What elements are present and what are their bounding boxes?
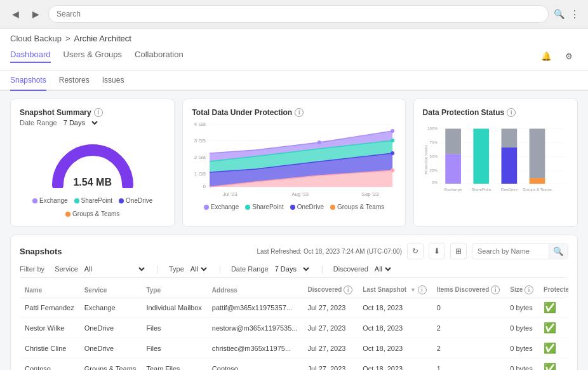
items-info-icon[interactable]: i <box>491 285 500 294</box>
legend-onedrive: OneDrive <box>119 197 152 204</box>
td-legend-sharepoint: SharePoint <box>245 203 283 210</box>
gauge-container: 1.54 MB <box>20 131 165 195</box>
tab-users-groups[interactable]: Users & Groups <box>63 50 122 63</box>
filter-by-label: Filter by <box>20 265 44 273</box>
refresh-button[interactable]: ↻ <box>407 243 424 259</box>
tab-dashboard[interactable]: Dashboard <box>10 50 51 63</box>
last-snapshot-info-icon[interactable]: i <box>418 285 427 294</box>
td-legend-sharepoint-dot <box>245 205 250 210</box>
charts-row: Snapshot Summary i Date Range 7 Days 30 … <box>10 99 578 227</box>
cell-items: 1 <box>432 359 505 371</box>
svg-text:100%: 100% <box>427 126 438 130</box>
cell-items: 2 <box>432 338 505 359</box>
daterange-filter-select[interactable]: 7 Days30 Days <box>272 264 311 273</box>
address-bar[interactable] <box>48 5 549 23</box>
download-button[interactable]: ⬇ <box>429 243 445 259</box>
service-filter: Service AllExchangeOneDriveSharePointGro… <box>55 264 147 273</box>
legend-exchange: Exchange <box>32 197 67 204</box>
col-last-snapshot[interactable]: Last Snapshot ▼ i <box>357 283 431 298</box>
cell-type: Files <box>141 338 206 359</box>
type-filter-label: Type <box>169 265 184 273</box>
svg-text:Aug '23: Aug '23 <box>292 191 309 197</box>
td-legend-onedrive: OneDrive <box>290 203 324 210</box>
notification-button[interactable]: 🔔 <box>537 47 555 65</box>
svg-text:0: 0 <box>203 184 206 189</box>
svg-rect-30 <box>473 128 489 183</box>
search-icon: 🔍 <box>554 9 565 19</box>
protected-check-icon: ✅ <box>544 363 556 370</box>
snapshot-legend: Exchange SharePoint OneDrive Groups & Te… <box>20 197 165 217</box>
snapshots-meta: Last Refreshed: Oct 18, 2023 7:24 AM (UT… <box>257 243 568 259</box>
svg-text:25%: 25% <box>429 168 438 172</box>
td-legend-groups: Groups & Teams <box>330 203 384 210</box>
svg-text:Exchange: Exchange <box>444 187 462 191</box>
search-box: 🔍 <box>472 243 568 259</box>
discovered-info-icon[interactable]: i <box>344 285 352 294</box>
subtab-issues[interactable]: Issues <box>102 71 124 91</box>
cell-size: 0 bytes <box>505 359 538 371</box>
tab-collaboration[interactable]: Collaboration <box>135 50 184 63</box>
cell-type: Individual Mailbox <box>141 298 206 318</box>
table-header: Name Service Type Address Discovered i L… <box>20 283 568 298</box>
col-service: Service <box>79 283 142 298</box>
col-protected: Protected i <box>538 283 568 298</box>
search-button[interactable]: 🔍 <box>549 244 568 259</box>
cell-service: Groups & Teams <box>79 359 142 371</box>
table-row: Nestor Wilke OneDrive Files nestorw@m365… <box>20 318 568 338</box>
svg-point-14 <box>391 168 395 172</box>
cell-service: OneDrive <box>79 318 142 338</box>
subtab-snapshots[interactable]: Snapshots <box>10 71 46 91</box>
cell-type: Files <box>141 318 206 338</box>
legend-groups-teams: Groups & Teams <box>65 210 119 217</box>
data-protection-card: Data Protection Status i 100% 75% 50% 25… <box>413 99 578 227</box>
filter-row: Filter by Service AllExchangeOneDriveSha… <box>20 264 568 278</box>
svg-text:0%: 0% <box>432 180 438 184</box>
breadcrumb-parent[interactable]: Cloud Backup <box>10 34 62 43</box>
svg-text:2 GB: 2 GB <box>194 154 206 160</box>
subtab-restores[interactable]: Restores <box>59 71 90 91</box>
svg-rect-28 <box>445 154 461 184</box>
snapshot-summary-info-icon[interactable]: i <box>94 108 103 117</box>
breadcrumb: Cloud Backup > Archie Architect <box>10 34 578 43</box>
date-range-row: Date Range 7 Days 30 Days 90 Days <box>20 118 165 127</box>
total-data-legend: Exchange SharePoint OneDrive Groups & Te… <box>192 203 396 210</box>
cell-protected: ✅ <box>538 298 568 318</box>
filter-button[interactable]: ⊞ <box>450 243 467 259</box>
size-info-icon[interactable]: i <box>525 285 533 294</box>
svg-text:75%: 75% <box>429 140 438 144</box>
col-type: Type <box>141 283 206 298</box>
cell-size: 0 bytes <box>505 318 538 338</box>
last-refreshed: Last Refreshed: Oct 18, 2023 7:24 AM (UT… <box>257 248 402 255</box>
forward-button[interactable]: ▶ <box>28 6 43 22</box>
total-data-card: Total Data Under Protection i 4 GB 3 GB … <box>182 99 405 227</box>
cell-discovered: Jul 27, 2023 <box>303 318 358 338</box>
cell-protected: ✅ <box>538 359 568 371</box>
search-input[interactable] <box>472 245 549 257</box>
discovered-filter-select[interactable]: All <box>372 264 393 273</box>
settings-button[interactable]: ⚙ <box>560 47 578 65</box>
back-button[interactable]: ◀ <box>8 6 23 22</box>
more-button[interactable]: ⋮ <box>570 8 580 20</box>
breadcrumb-separator: > <box>65 34 70 43</box>
bar-chart: 100% 75% 50% 25% 0% <box>423 118 568 201</box>
legend-groups-dot <box>65 212 70 217</box>
cell-last-snapshot: Oct 18, 2023 <box>357 298 431 318</box>
cell-type: Team Files <box>141 359 206 371</box>
td-legend-groups-dot <box>330 205 335 210</box>
gauge-value: 1.54 MB <box>73 177 111 188</box>
total-data-info-icon[interactable]: i <box>295 108 304 117</box>
total-data-title: Total Data Under Protection i <box>192 108 396 117</box>
snapshots-title: Snapshots <box>20 247 62 256</box>
svg-rect-34 <box>529 128 545 178</box>
svg-text:OneDrive: OneDrive <box>500 187 518 191</box>
date-range-select[interactable]: 7 Days 30 Days 90 Days <box>61 118 100 127</box>
discovered-filter: Discovered All <box>333 264 393 273</box>
td-legend-exchange: Exchange <box>204 203 239 210</box>
browser-chrome: ◀ ▶ 🔍 ⋮ <box>0 0 588 29</box>
svg-text:50%: 50% <box>429 154 438 158</box>
type-filter-select[interactable]: All <box>188 264 209 273</box>
primary-nav: Dashboard Users & Groups Collaboration 🔔… <box>10 47 578 65</box>
bar-chart-svg: 100% 75% 50% 25% 0% <box>423 118 568 201</box>
data-protection-info-icon[interactable]: i <box>507 108 516 117</box>
service-filter-select[interactable]: AllExchangeOneDriveSharePointGroups & Te… <box>82 264 147 273</box>
